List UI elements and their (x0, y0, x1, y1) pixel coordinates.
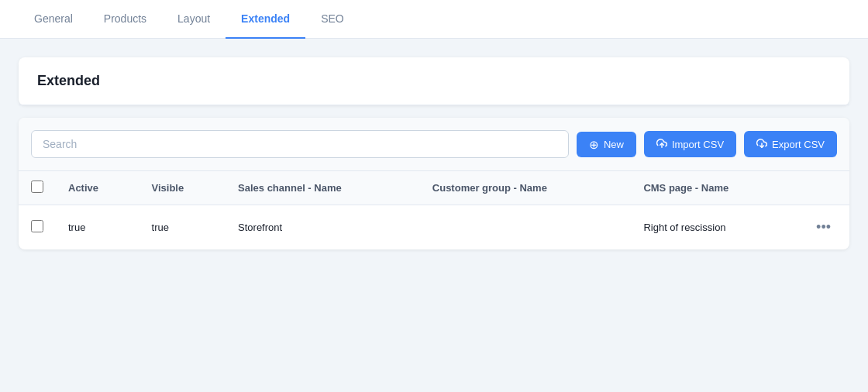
tab-extended[interactable]: Extended (226, 0, 305, 39)
row-checkbox-cell (19, 205, 56, 250)
page-body: Extended ⊕ New Import CSV (0, 39, 868, 268)
download-icon (756, 138, 767, 150)
header-visible: Visible (140, 171, 226, 205)
table-row: true true Storefront Right of rescission… (19, 205, 849, 250)
extended-card: Extended (19, 57, 849, 105)
table-header-row: Active Visible Sales channel - Name Cust… (19, 171, 849, 205)
table-card: ⊕ New Import CSV (19, 118, 849, 249)
header-active: Active (56, 171, 140, 205)
header-customer-group: Customer group - Name (420, 171, 632, 205)
export-label: Export CSV (772, 139, 825, 150)
tab-seo[interactable]: SEO (305, 0, 360, 39)
cell-cms-page-0: Right of rescission (631, 205, 797, 250)
search-input[interactable] (31, 130, 569, 158)
header-checkbox-cell (19, 171, 56, 205)
header-cms-page: CMS page - Name (631, 171, 797, 205)
upload-icon (656, 138, 667, 150)
cell-customer-group-0 (420, 205, 632, 250)
new-label: New (604, 139, 624, 150)
row-more-button-0[interactable]: ••• (810, 216, 837, 239)
tab-general[interactable]: General (19, 0, 88, 39)
card-title: Extended (37, 73, 100, 88)
cell-sales-channel-0: Storefront (226, 205, 420, 250)
import-label: Import CSV (672, 139, 724, 150)
export-csv-button[interactable]: Export CSV (744, 131, 837, 157)
cell-visible-0: true (140, 205, 226, 250)
cell-active-0: true (56, 205, 140, 250)
extended-table: Active Visible Sales channel - Name Cust… (19, 171, 849, 249)
row-checkbox-0[interactable] (31, 220, 43, 232)
tab-products[interactable]: Products (88, 0, 162, 39)
cell-actions-0: ••• (797, 205, 849, 250)
plus-icon: ⊕ (589, 139, 599, 150)
tabs-bar: General Products Layout Extended SEO (0, 0, 868, 39)
toolbar: ⊕ New Import CSV (19, 118, 849, 171)
header-sales-channel: Sales channel - Name (226, 171, 420, 205)
header-checkbox[interactable] (31, 181, 43, 193)
header-actions (797, 171, 849, 205)
new-button[interactable]: ⊕ New (577, 132, 636, 157)
import-csv-button[interactable]: Import CSV (644, 131, 736, 157)
tab-layout[interactable]: Layout (162, 0, 226, 39)
card-header: Extended (19, 57, 849, 105)
